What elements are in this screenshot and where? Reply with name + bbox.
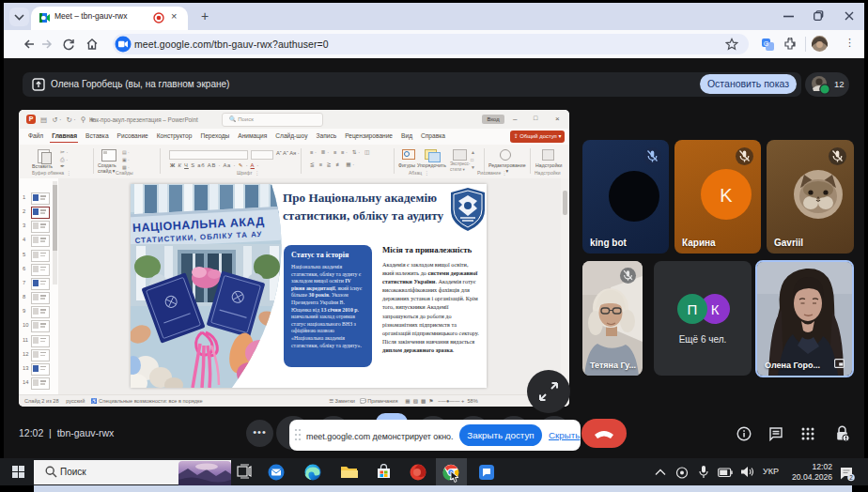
svg-text:2: 2 xyxy=(849,474,853,481)
svg-text:G: G xyxy=(764,40,768,47)
svg-text:П: П xyxy=(688,301,698,317)
svg-text:K: K xyxy=(720,185,733,206)
svg-text:К: К xyxy=(711,301,720,317)
